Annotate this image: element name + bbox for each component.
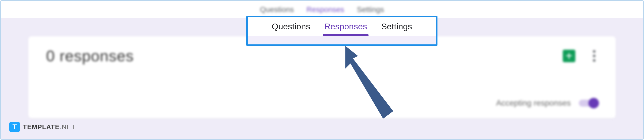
callout-highlight-box: Questions Responses Settings	[246, 16, 437, 46]
responses-card: 0 responses Accepting responses	[28, 36, 616, 118]
watermark-brand: TEMPLATE	[23, 123, 60, 131]
screenshot-frame: Questions Responses Settings 0 responses	[0, 0, 644, 140]
accepting-responses-toggle[interactable]	[579, 100, 598, 107]
create-spreadsheet-icon[interactable]	[563, 50, 575, 62]
watermark: T TEMPLATE.NET	[9, 122, 75, 132]
toggle-knob	[588, 98, 599, 108]
tab-settings[interactable]: Settings	[381, 22, 412, 31]
sheets-glyph-icon	[565, 52, 573, 60]
watermark-text: TEMPLATE.NET	[23, 123, 75, 131]
callout-strip	[248, 36, 436, 44]
tab-questions[interactable]: Questions	[272, 22, 310, 31]
tab-settings-blurred[interactable]: Settings	[357, 5, 384, 14]
tab-responses[interactable]: Responses	[324, 22, 367, 31]
accepting-responses-label: Accepting responses	[496, 98, 571, 108]
responses-card-actions	[563, 50, 598, 62]
responses-count-title: 0 responses	[46, 47, 134, 65]
watermark-suffix: .NET	[60, 123, 75, 131]
watermark-logo-icon: T	[9, 122, 20, 132]
more-options-icon[interactable]	[590, 50, 598, 62]
tab-responses-blurred[interactable]: Responses	[306, 5, 344, 14]
tab-questions-blurred[interactable]: Questions	[260, 5, 294, 14]
callout-tabs-row: Questions Responses Settings	[248, 17, 436, 36]
responses-card-footer: Accepting responses	[46, 98, 598, 108]
responses-card-header: 0 responses	[46, 47, 598, 65]
